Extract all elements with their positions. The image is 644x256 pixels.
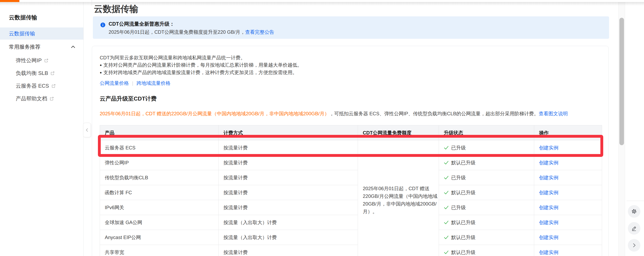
view-announcement-link[interactable]: 查看完整公告 — [245, 29, 274, 35]
intro-bullet: ●支持对公网类产品的公网流量累计阶梯计费，每月按地域汇总累计阶梯，用量越大单价越… — [100, 62, 602, 69]
sidebar: 云数据传输 云数据传输 常用服务推荐 弹性公网IP 负载均衡 SLB — [0, 2, 84, 256]
create-instance-link[interactable]: 创建实例 — [539, 220, 558, 225]
action-cell: 创建实例 — [534, 230, 602, 245]
external-link-icon — [52, 84, 56, 88]
col-header-billing: 计费方式 — [219, 126, 358, 140]
view-illustration-link[interactable]: 查看图文说明 — [539, 111, 568, 116]
status-text: 已升级 — [451, 144, 466, 151]
banner-body: 2025年06月01日起，CDT公网流量免费额度提升至220 GB/月，查看完整… — [108, 29, 274, 36]
status-text: 默认已升级 — [451, 190, 476, 196]
chevron-up-icon — [71, 46, 75, 48]
status-cell: 默认已升级 — [439, 230, 534, 245]
sidebar-item-ecs[interactable]: 云服务器 ECS — [0, 80, 84, 92]
product-cell: Anycast EIP公网 — [100, 230, 219, 245]
check-icon — [444, 205, 449, 210]
status-cell: 已升级 — [439, 140, 534, 155]
table-row: 传统型负载均衡CLB 按流量计费 已升级 创建实例 — [100, 170, 602, 185]
intro-bullet-text: 支持对跨地域类产品的跨地域流量按流量计费，这种计费方式更加灵活，方便您按需使用。 — [103, 70, 297, 75]
rail-divider — [627, 201, 644, 201]
create-instance-link[interactable]: 创建实例 — [539, 205, 558, 210]
pencil-icon — [631, 225, 637, 231]
table-row: 全球加速 GA公网 按流量（入出取大）计费 默认已升级 创建实例 — [100, 215, 602, 230]
create-instance-link[interactable]: 创建实例 — [539, 160, 558, 165]
status-cell: 默认已升级 — [439, 155, 534, 170]
check-icon — [444, 190, 449, 195]
check-icon — [444, 220, 449, 225]
bullet-icon: ● — [100, 71, 102, 74]
action-cell: 创建实例 — [534, 140, 602, 155]
page-title: 云数据传输 — [94, 3, 138, 15]
vertical-scrollbar[interactable] — [618, 2, 625, 256]
status-text: 默认已升级 — [451, 234, 476, 241]
action-cell: 创建实例 — [534, 245, 602, 256]
create-instance-link[interactable]: 创建实例 — [539, 175, 558, 180]
expand-button[interactable] — [628, 239, 640, 252]
check-icon — [444, 235, 449, 240]
table-row: 弹性公网IP 按流量计费 默认已升级 创建实例 — [100, 155, 602, 170]
status-text: 默认已升级 — [451, 249, 476, 256]
product-cell: 弹性公网IP — [100, 155, 219, 170]
check-icon — [444, 145, 449, 150]
table-row: 云服务器 ECS 按流量计费 2025年06月01日起，CDT 赠送220GB/… — [100, 140, 602, 155]
status-cell: 已升级 — [439, 200, 534, 215]
status-cell: 默认已升级 — [439, 215, 534, 230]
billing-cell: 按流量（入出取大）计费 — [219, 230, 358, 245]
create-instance-link[interactable]: 创建实例 — [539, 250, 558, 255]
col-header-quota: CDT公网流量免费额度 — [358, 126, 439, 140]
sidebar-collapse-handle[interactable] — [83, 123, 91, 137]
action-cell: 创建实例 — [534, 170, 602, 185]
gear-icon — [631, 208, 637, 214]
billing-cell: 按流量计费 — [219, 245, 358, 256]
notice-orange-text: 2025年06月01日起，CDT 赠送的220GB/月公网流量（中国内地地域20… — [100, 111, 329, 116]
intro-line: CDT为阿里云多款互联网公网流量和跨地域私网流量产品统一计费。 — [100, 54, 602, 62]
status-cell: 默认已升级 — [439, 245, 534, 256]
action-cell: 创建实例 — [534, 185, 602, 200]
create-instance-link[interactable]: 创建实例 — [539, 145, 558, 150]
notice-rest-text: ，可抵扣云服务器 ECS、弹性公网IP、传统型负载均衡CLB的公网流量，超出部分… — [329, 111, 538, 116]
link-separator: | — [132, 80, 133, 86]
section-title: 云产品升级至CDT计费 — [100, 95, 602, 102]
content-card: CDT为阿里云多款互联网公网流量和跨地域私网流量产品统一计费。 ●支持对公网类产… — [92, 46, 609, 256]
status-text: 默认已升级 — [451, 160, 476, 166]
billing-cell: 按流量计费 — [219, 185, 358, 200]
action-cell: 创建实例 — [534, 155, 602, 170]
billing-cell: 按流量计费 — [219, 170, 358, 185]
info-banner: CDT公网流量全新普惠升级： 2025年06月01日起，CDT公网流量免费额度提… — [93, 16, 609, 39]
sidebar-item-slb[interactable]: 负载均衡 SLB — [0, 67, 84, 80]
sidebar-item-eip[interactable]: 弹性公网IP — [0, 54, 84, 67]
status-text: 已升级 — [451, 174, 466, 181]
scrollbar-thumb[interactable] — [619, 18, 624, 145]
status-cell: 默认已升级 — [439, 185, 534, 200]
sidebar-item-docs[interactable]: 产品帮助文档 — [0, 92, 84, 105]
col-header-status: 升级状态 — [439, 126, 534, 140]
product-cell: 传统型负载均衡CLB — [100, 170, 219, 185]
external-link-icon — [50, 97, 54, 101]
brand-logo[interactable] — [0, 0, 20, 2]
billing-cell: 按流量（入出取大）计费 — [219, 215, 358, 230]
table-header-row: 产品 计费方式 CDT公网流量免费额度 升级状态 操作 — [100, 126, 602, 140]
edit-button[interactable] — [628, 222, 640, 234]
billing-cell: 按流量计费 — [219, 155, 358, 170]
info-icon — [100, 22, 106, 28]
sidebar-item-label: 云数据传输 — [9, 30, 35, 37]
create-instance-link[interactable]: 创建实例 — [539, 234, 558, 240]
table-row: IPv6网关 按流量计费 已升级 创建实例 — [100, 200, 602, 215]
cross-region-price-link[interactable]: 跨地域流量价格 — [136, 80, 170, 86]
create-instance-link[interactable]: 创建实例 — [539, 190, 558, 195]
sidebar-item-cdt[interactable]: 云数据传输 — [0, 28, 84, 40]
sidebar-item-label: 产品帮助文档 — [16, 95, 47, 102]
table-row: Anycast EIP公网 按流量（入出取大）计费 默认已升级 创建实例 — [100, 230, 602, 245]
table-row: 函数计算 FC 按流量计费 默认已升级 创建实例 — [100, 185, 602, 200]
product-cell: IPv6网关 — [100, 200, 219, 215]
sidebar-group-recommended-services[interactable]: 常用服务推荐 — [0, 42, 84, 52]
upgrade-notice: 2025年06月01日起，CDT 赠送的220GB/月公网流量（中国内地地域20… — [100, 110, 602, 117]
banner-body-text: 2025年06月01日起，CDT公网流量免费额度提升至220 GB/月， — [108, 29, 245, 35]
check-icon — [444, 250, 449, 255]
action-cell: 创建实例 — [534, 215, 602, 230]
chevron-right-icon — [632, 243, 637, 248]
sidebar-group-label: 常用服务推荐 — [9, 44, 71, 50]
intro-bullet-text: 支持对公网类产品的公网流量累计阶梯计费，每月按地域汇总累计阶梯，用量越大单价越低… — [103, 62, 302, 68]
sidebar-title: 云数据传输 — [9, 14, 37, 22]
settings-button[interactable] — [628, 205, 640, 218]
public-traffic-price-link[interactable]: 公网流量价格 — [100, 80, 129, 86]
